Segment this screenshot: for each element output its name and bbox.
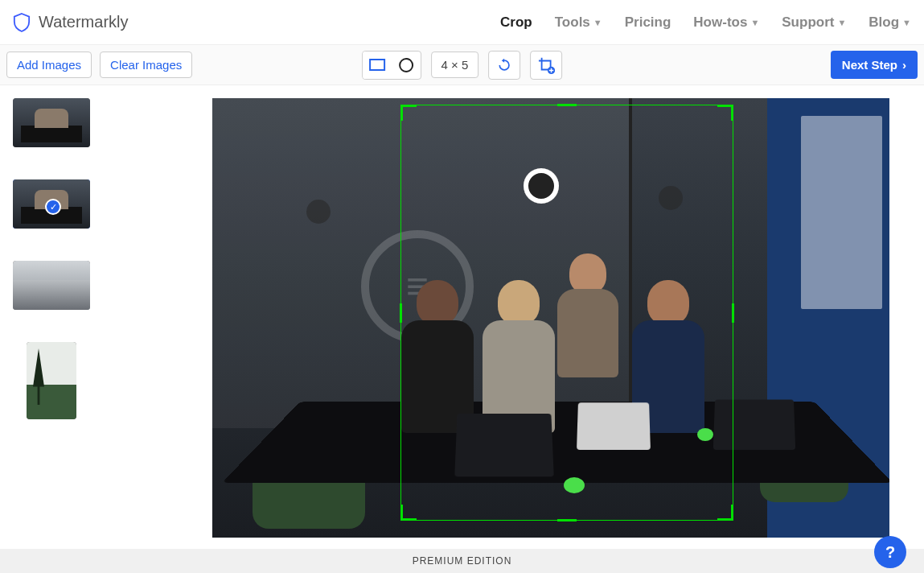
crop-selection[interactable] bbox=[400, 105, 733, 521]
nav-howtos[interactable]: How-tos▼ bbox=[693, 14, 759, 31]
header: Watermarkly Crop Tools▼ Pricing How-tos▼… bbox=[0, 0, 924, 45]
nav-support[interactable]: Support▼ bbox=[782, 14, 846, 31]
edition-label: PREMIUM EDITION bbox=[413, 555, 512, 567]
thumbnail-2[interactable]: ✓ bbox=[13, 179, 90, 229]
toolbar-left: Add Images Clear Images bbox=[6, 52, 192, 78]
chevron-down-icon: ▼ bbox=[750, 18, 759, 27]
thumbnail-preview bbox=[13, 98, 90, 147]
image-canvas[interactable]: ≡ bbox=[212, 98, 889, 538]
crop-handle-top-left[interactable] bbox=[400, 105, 417, 121]
canvas-area: ≡ bbox=[177, 85, 924, 549]
crop-handle-right[interactable] bbox=[732, 303, 734, 323]
thumbnail-3[interactable] bbox=[13, 261, 90, 310]
thumbnail-preview bbox=[27, 342, 76, 419]
crop-handle-bottom-right[interactable] bbox=[717, 505, 733, 521]
add-images-button[interactable]: Add Images bbox=[6, 52, 92, 78]
thumbnail-sidebar: ✓ bbox=[0, 85, 177, 549]
crop-handle-bottom[interactable] bbox=[557, 519, 577, 521]
nav-tools[interactable]: Tools▼ bbox=[555, 14, 602, 31]
toolbar: Add Images Clear Images 4 × 5 Next Step … bbox=[0, 45, 924, 85]
crop-handle-left[interactable] bbox=[400, 303, 402, 323]
thumbnail-1[interactable] bbox=[13, 98, 90, 147]
footer: PREMIUM EDITION bbox=[0, 549, 924, 573]
crop-handle-top[interactable] bbox=[557, 104, 577, 106]
crop-shape-circle[interactable] bbox=[392, 52, 421, 79]
next-step-button[interactable]: Next Step › bbox=[831, 51, 918, 79]
chevron-down-icon: ▼ bbox=[902, 18, 911, 27]
thumbnail-preview bbox=[13, 261, 90, 310]
crop-shape-rectangle[interactable] bbox=[363, 52, 392, 79]
rotate-icon bbox=[496, 57, 512, 73]
nav-crop[interactable]: Crop bbox=[500, 14, 532, 31]
shield-logo-icon bbox=[13, 13, 31, 32]
check-badge-icon: ✓ bbox=[45, 199, 61, 215]
toolbar-center: 4 × 5 bbox=[362, 51, 563, 80]
aspect-ratio-button[interactable]: 4 × 5 bbox=[431, 52, 479, 78]
clear-images-button[interactable]: Clear Images bbox=[100, 52, 192, 78]
question-icon: ? bbox=[885, 543, 895, 562]
main-nav: Crop Tools▼ Pricing How-tos▼ Support▼ Bl… bbox=[500, 14, 911, 31]
batch-crop-button[interactable] bbox=[530, 51, 562, 80]
nav-pricing[interactable]: Pricing bbox=[625, 14, 671, 31]
toolbar-right: Next Step › bbox=[831, 51, 918, 79]
rotate-button[interactable] bbox=[488, 51, 520, 80]
brand[interactable]: Watermarkly bbox=[13, 13, 128, 32]
brand-name: Watermarkly bbox=[39, 13, 128, 31]
chevron-down-icon: ▼ bbox=[837, 18, 846, 27]
chevron-down-icon: ▼ bbox=[593, 18, 602, 27]
help-button[interactable]: ? bbox=[874, 536, 906, 568]
crop-shape-toggle bbox=[362, 51, 421, 80]
main: ✓ ≡ bbox=[0, 85, 924, 549]
rectangle-icon bbox=[369, 59, 385, 71]
crop-handle-bottom-left[interactable] bbox=[400, 505, 417, 521]
batch-crop-icon bbox=[537, 56, 555, 74]
chevron-right-icon: › bbox=[902, 58, 906, 72]
circle-icon bbox=[399, 58, 413, 72]
crop-handle-top-right[interactable] bbox=[717, 105, 733, 121]
thumbnail-4[interactable] bbox=[27, 342, 76, 419]
nav-blog[interactable]: Blog▼ bbox=[869, 14, 911, 31]
